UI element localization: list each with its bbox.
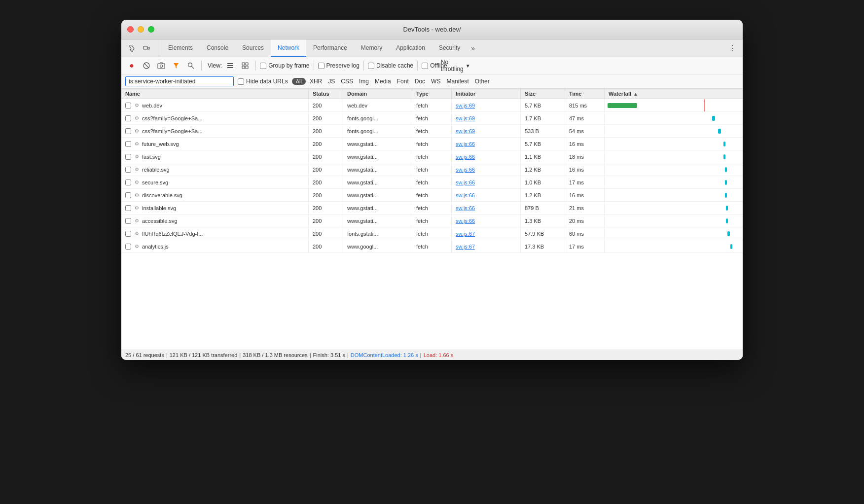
cell-initiator[interactable]: sw.js:66 xyxy=(452,189,521,201)
th-initiator[interactable]: Initiator xyxy=(452,89,521,99)
table-row[interactable]: ⚙ css?family=Google+Sa... 200fonts.googl… xyxy=(121,112,743,125)
record-button[interactable]: ● xyxy=(125,59,138,72)
filter-css[interactable]: CSS xyxy=(339,77,355,86)
initiator-link[interactable]: sw.js:66 xyxy=(456,141,475,147)
row-checkbox[interactable] xyxy=(125,141,131,147)
filter-xhr[interactable]: XHR xyxy=(308,77,324,86)
cell-initiator[interactable]: sw.js:67 xyxy=(452,227,521,240)
filter-input[interactable] xyxy=(125,76,234,86)
initiator-link[interactable]: sw.js:66 xyxy=(456,192,475,198)
initiator-link[interactable]: sw.js:66 xyxy=(456,218,475,224)
preserve-log-toggle[interactable]: Preserve log xyxy=(318,62,360,69)
table-row[interactable]: ⚙ analytics.js 200www.googl...fetchsw.js… xyxy=(121,240,743,253)
th-size[interactable]: Size xyxy=(521,89,565,99)
screenshot-button[interactable] xyxy=(155,59,168,72)
tab-console[interactable]: Console xyxy=(200,39,235,57)
initiator-link[interactable]: sw.js:69 xyxy=(456,128,475,134)
hide-data-urls-toggle[interactable]: Hide data URLs xyxy=(238,78,288,85)
disable-cache-toggle[interactable]: Disable cache xyxy=(368,62,413,69)
initiator-link[interactable]: sw.js:67 xyxy=(456,244,475,250)
close-button[interactable] xyxy=(127,26,134,33)
cell-initiator[interactable]: sw.js:66 xyxy=(452,215,521,227)
list-view-button[interactable] xyxy=(224,59,237,72)
row-checkbox[interactable] xyxy=(125,231,131,237)
initiator-link[interactable]: sw.js:66 xyxy=(456,180,475,185)
tab-network[interactable]: Network xyxy=(271,39,306,57)
tab-security[interactable]: Security xyxy=(432,39,467,57)
initiator-link[interactable]: sw.js:66 xyxy=(456,205,475,211)
row-checkbox[interactable] xyxy=(125,154,131,160)
table-row[interactable]: ⚙ fast.svg 200www.gstati...fetchsw.js:66… xyxy=(121,150,743,163)
minimize-button[interactable] xyxy=(138,26,144,33)
table-row[interactable]: ⚙ future_web.svg 200www.gstati...fetchsw… xyxy=(121,138,743,150)
th-name[interactable]: Name xyxy=(121,89,309,99)
device-icon[interactable] xyxy=(140,42,153,55)
filter-js[interactable]: JS xyxy=(326,77,337,86)
group-by-frame-toggle[interactable]: Group by frame xyxy=(260,62,309,69)
offline-checkbox[interactable] xyxy=(422,63,428,69)
row-checkbox[interactable] xyxy=(125,244,131,250)
th-type[interactable]: Type xyxy=(412,89,452,99)
tab-performance[interactable]: Performance xyxy=(306,39,354,57)
table-row[interactable]: ⚙ discoverable.svg 200www.gstati...fetch… xyxy=(121,189,743,202)
preserve-log-checkbox[interactable] xyxy=(318,63,324,69)
row-checkbox[interactable] xyxy=(125,115,131,121)
cell-initiator[interactable]: sw.js:66 xyxy=(452,176,521,188)
row-checkbox[interactable] xyxy=(125,192,131,198)
cell-initiator[interactable]: sw.js:69 xyxy=(452,99,521,111)
filter-media[interactable]: Media xyxy=(373,77,393,86)
tab-elements[interactable]: Elements xyxy=(161,39,200,57)
throttle-select[interactable]: No throttling ▼ xyxy=(449,59,462,72)
th-waterfall[interactable]: Waterfall ▲ xyxy=(605,89,743,99)
table-row[interactable]: ⚙ css?family=Google+Sa... 200fonts.googl… xyxy=(121,125,743,138)
tab-memory[interactable]: Memory xyxy=(354,39,389,57)
tab-application[interactable]: Application xyxy=(389,39,432,57)
filter-img[interactable]: Img xyxy=(357,77,371,86)
more-tabs-button[interactable]: » xyxy=(467,39,479,57)
devtools-menu-button[interactable]: ⋮ xyxy=(726,42,739,55)
initiator-link[interactable]: sw.js:66 xyxy=(456,167,475,173)
cell-initiator[interactable]: sw.js:69 xyxy=(452,125,521,137)
table-row[interactable]: ⚙ reliable.svg 200www.gstati...fetchsw.j… xyxy=(121,163,743,176)
filter-all[interactable]: All xyxy=(292,78,306,85)
inspect-icon[interactable] xyxy=(125,42,138,55)
cell-initiator[interactable]: sw.js:66 xyxy=(452,163,521,176)
initiator-link[interactable]: sw.js:67 xyxy=(456,231,475,237)
row-checkbox[interactable] xyxy=(125,103,131,108)
tab-sources[interactable]: Sources xyxy=(235,39,271,57)
cell-initiator[interactable]: sw.js:66 xyxy=(452,202,521,214)
clear-button[interactable] xyxy=(140,59,153,72)
filter-other[interactable]: Other xyxy=(473,77,492,86)
maximize-button[interactable] xyxy=(148,26,154,33)
filter-doc[interactable]: Doc xyxy=(413,77,427,86)
search-button[interactable] xyxy=(184,59,197,72)
th-time[interactable]: Time xyxy=(565,89,605,99)
row-checkbox[interactable] xyxy=(125,205,131,211)
table-row[interactable]: ⚙ accessible.svg 200www.gstati...fetchsw… xyxy=(121,215,743,227)
table-row[interactable]: ⚙ secure.svg 200www.gstati...fetchsw.js:… xyxy=(121,176,743,189)
filter-manifest[interactable]: Manifest xyxy=(444,77,470,86)
cell-initiator[interactable]: sw.js:69 xyxy=(452,112,521,124)
th-domain[interactable]: Domain xyxy=(343,89,412,99)
cell-initiator[interactable]: sw.js:67 xyxy=(452,240,521,252)
row-checkbox[interactable] xyxy=(125,218,131,224)
hide-data-urls-checkbox[interactable] xyxy=(238,78,244,85)
cell-initiator[interactable]: sw.js:66 xyxy=(452,150,521,163)
row-checkbox[interactable] xyxy=(125,167,131,173)
initiator-link[interactable]: sw.js:66 xyxy=(456,154,475,160)
table-row[interactable]: ⚙ flUhRq6tzZclQEJ-Vdg-I... 200fonts.gsta… xyxy=(121,227,743,240)
group-by-frame-checkbox[interactable] xyxy=(260,63,266,69)
filter-ws[interactable]: WS xyxy=(429,77,442,86)
disable-cache-checkbox[interactable] xyxy=(368,63,374,69)
filter-button[interactable] xyxy=(170,59,182,72)
initiator-link[interactable]: sw.js:69 xyxy=(456,103,475,108)
row-checkbox[interactable] xyxy=(125,128,131,134)
filter-font[interactable]: Font xyxy=(395,77,411,86)
initiator-link[interactable]: sw.js:69 xyxy=(456,115,475,121)
table-row[interactable]: ⚙ web.dev 200web.devfetchsw.js:695.7 KB8… xyxy=(121,99,743,112)
cell-initiator[interactable]: sw.js:66 xyxy=(452,138,521,150)
grouped-view-button[interactable] xyxy=(239,59,252,72)
table-row[interactable]: ⚙ installable.svg 200www.gstati...fetchs… xyxy=(121,202,743,215)
row-checkbox[interactable] xyxy=(125,180,131,185)
th-status[interactable]: Status xyxy=(309,89,343,99)
